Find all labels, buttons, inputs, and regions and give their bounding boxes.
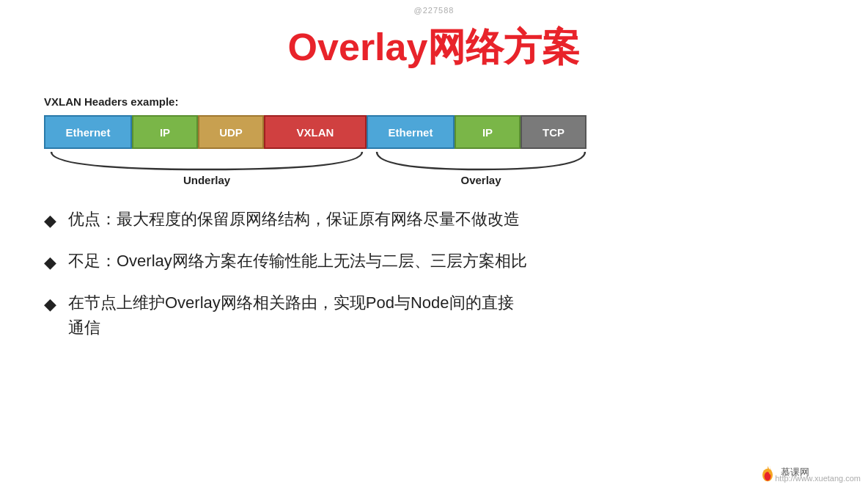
bullet-list: ◆ 优点：最大程度的保留原网络结构，保证原有网络尽量不做改造 ◆ 不足：Over… <box>44 207 824 340</box>
bullet-diamond-3: ◆ <box>44 292 56 316</box>
bullet-text-2: 不足：Overlay网络方案在传输性能上无法与二层、三层方案相比 <box>68 249 527 274</box>
underlay-brace: Underlay <box>44 149 369 186</box>
bullet-text-1: 优点：最大程度的保留原网络结构，保证原有网络尽量不做改造 <box>68 207 520 232</box>
box-ip-left: IP <box>132 115 198 149</box>
watermark-top: @227588 <box>414 6 455 15</box>
bullet-item-3: ◆ 在节点上维护Overlay网络相关路由，实现Pod与Node间的直接通信 <box>44 290 824 340</box>
bullet-text-3: 在节点上维护Overlay网络相关路由，实现Pod与Node间的直接通信 <box>68 290 514 340</box>
box-udp: UDP <box>198 115 264 149</box>
overlay-brace-svg <box>369 149 592 172</box>
box-vxlan: VXLAN <box>264 115 367 149</box>
watermark-bottom: http://www.xuetang.com <box>775 474 861 483</box>
overlay-brace: Overlay <box>369 149 592 186</box>
box-tcp: TCP <box>521 115 586 149</box>
header-boxes-row: Ethernet IP UDP VXLAN Ethernet IP TCP <box>44 115 824 149</box>
vxlan-diagram: VXLAN Headers example: Ethernet IP UDP V… <box>44 95 824 186</box>
underlay-brace-svg <box>44 149 369 172</box>
box-ethernet-left: Ethernet <box>44 115 132 149</box>
box-ip-right: IP <box>455 115 521 149</box>
overlay-label: Overlay <box>460 174 501 186</box>
underlay-label: Underlay <box>183 174 230 186</box>
box-ethernet-right: Ethernet <box>367 115 455 149</box>
bullet-item-1: ◆ 优点：最大程度的保留原网络结构，保证原有网络尽量不做改造 <box>44 207 824 233</box>
bullet-item-2: ◆ 不足：Overlay网络方案在传输性能上无法与二层、三层方案相比 <box>44 249 824 274</box>
bullet-diamond-2: ◆ <box>44 250 56 274</box>
bullet-diamond-1: ◆ <box>44 208 56 233</box>
slide-title: Overlay网络方案 <box>44 22 824 73</box>
diagram-label: VXLAN Headers example: <box>44 95 824 108</box>
